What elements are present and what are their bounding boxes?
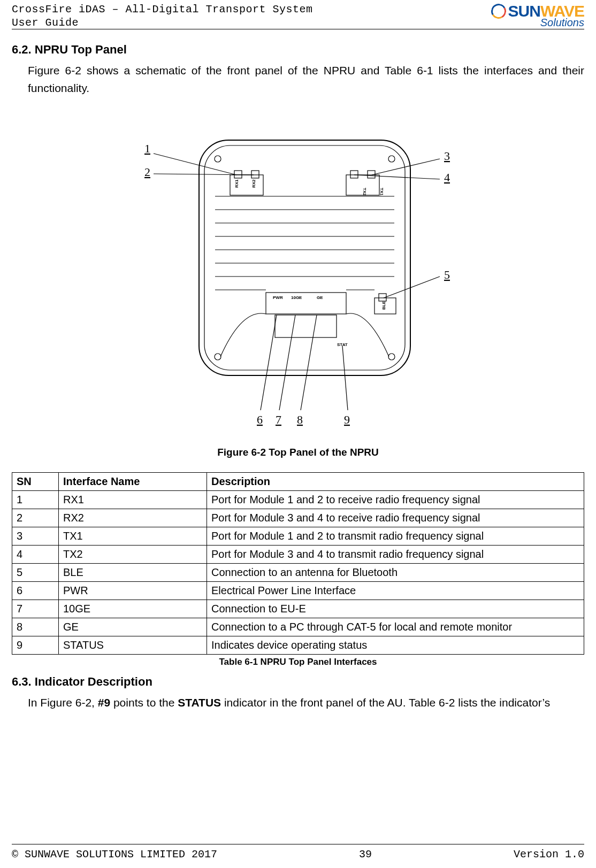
- svg-rect-1: [204, 145, 405, 370]
- svg-point-22: [388, 156, 395, 162]
- footer-center: 39: [359, 848, 372, 861]
- s63-post: indicator in the front panel of the AU. …: [221, 696, 550, 709]
- th-sn: SN: [12, 473, 59, 491]
- callout-5: 5: [444, 268, 450, 281]
- table-row: 7 10GE Connection to EU-E: [12, 600, 584, 618]
- svg-line-28: [354, 175, 440, 179]
- cell-sn: 3: [12, 527, 59, 546]
- callout-2: 2: [144, 165, 150, 179]
- svg-line-31: [279, 315, 295, 410]
- th-desc: Description: [207, 473, 584, 491]
- cell-name: BLE: [59, 564, 207, 582]
- table-row: 2 RX2 Port for Module 3 and 4 to receive…: [12, 509, 584, 527]
- header-rule: [12, 29, 584, 29]
- page-content: 6.2. NPRU Top Panel Figure 6-2 shows a s…: [12, 39, 584, 715]
- cell-sn: 5: [12, 564, 59, 582]
- callout-6: 6: [257, 413, 263, 426]
- section-6-2-heading: 6.2. NPRU Top Panel: [12, 43, 584, 57]
- table-6-1: SN Interface Name Description 1 RX1 Port…: [12, 472, 584, 655]
- svg-point-24: [388, 354, 395, 360]
- cell-desc: Port for Module 1 and 2 to receive radio…: [207, 491, 584, 509]
- cell-sn: 1: [12, 491, 59, 509]
- table-header-row: SN Interface Name Description: [12, 473, 584, 491]
- table-row: 8 GE Connection to a PC through CAT-5 fo…: [12, 618, 584, 636]
- table-row: 4 TX2 Port for Module 3 and 4 to transmi…: [12, 546, 584, 564]
- brand-logo: SUNWAVE Solutions: [491, 3, 584, 28]
- brand-logo-text-a: SUN: [508, 2, 540, 20]
- callout-9: 9: [344, 413, 350, 426]
- section-6-2-text: Figure 6-2 shows a schematic of the fron…: [28, 62, 584, 97]
- cell-name: STATUS: [59, 636, 207, 655]
- svg-point-23: [215, 354, 221, 360]
- cell-desc: Connection to an antenna for Bluetooth: [207, 564, 584, 582]
- label-ble: BLE: [381, 301, 386, 310]
- svg-rect-11: [275, 315, 337, 337]
- cell-desc: Port for Module 3 and 4 to receive radio…: [207, 509, 584, 527]
- svg-line-30: [261, 315, 277, 410]
- cell-sn: 2: [12, 509, 59, 527]
- swirl-icon: [491, 4, 506, 19]
- callout-1: 1: [144, 142, 150, 155]
- label-rx1: RX1: [234, 179, 239, 188]
- cell-name: RX1: [59, 491, 207, 509]
- section-6-3-text: In Figure 6-2, #9 points to the STATUS i…: [28, 694, 584, 712]
- cell-desc: Connection to EU-E: [207, 600, 584, 618]
- label-rx2: RX2: [251, 179, 256, 188]
- svg-line-27: [372, 159, 440, 175]
- label-tx2: TX2: [362, 188, 367, 196]
- table-row: 5 BLE Connection to an antenna for Bluet…: [12, 564, 584, 582]
- table-row: 3 TX1 Port for Module 1 and 2 to transmi…: [12, 527, 584, 546]
- cell-name: RX2: [59, 509, 207, 527]
- footer-rule: [12, 844, 584, 844]
- footer-left: © SUNWAVE SOLUTIONS LIMITED 2017: [12, 848, 217, 861]
- cell-desc: Port for Module 1 and 2 to transmit radi…: [207, 527, 584, 546]
- cell-sn: 7: [12, 600, 59, 618]
- cell-name: GE: [59, 618, 207, 636]
- svg-point-21: [215, 156, 221, 162]
- cell-sn: 6: [12, 582, 59, 600]
- callout-8: 8: [297, 413, 303, 426]
- page-footer: © SUNWAVE SOLUTIONS LIMITED 2017 39 Vers…: [12, 848, 584, 861]
- npru-top-panel-drawing: RX1 RX2 TX2 TX1 BLE PWR 10GE GE STAT: [135, 121, 461, 437]
- svg-line-25: [154, 153, 236, 175]
- cell-desc: Port for Module 3 and 4 to transmit radi…: [207, 546, 584, 564]
- cell-desc: Indicates device operating status: [207, 636, 584, 655]
- s63-b2: STATUS: [178, 696, 221, 709]
- label-tx1: TX1: [379, 188, 384, 196]
- svg-line-32: [301, 315, 317, 410]
- callout-4: 4: [444, 171, 450, 184]
- s63-b1: #9: [98, 696, 110, 709]
- cell-name: TX2: [59, 546, 207, 564]
- cell-desc: Electrical Power Line Interface: [207, 582, 584, 600]
- callout-3: 3: [444, 149, 450, 163]
- callout-7: 7: [276, 413, 281, 426]
- cell-name: PWR: [59, 582, 207, 600]
- svg-rect-4: [251, 171, 259, 178]
- label-ge: GE: [317, 295, 323, 300]
- svg-line-26: [154, 174, 254, 175]
- figure-6-2: RX1 RX2 TX2 TX1 BLE PWR 10GE GE STAT: [135, 121, 461, 437]
- section-6-3-heading: 6.3. Indicator Description: [12, 675, 584, 689]
- cell-name: TX1: [59, 527, 207, 546]
- cell-sn: 8: [12, 618, 59, 636]
- table-6-1-caption: Table 6-1 NPRU Top Panel Interfaces: [12, 657, 584, 667]
- figure-6-2-caption: Figure 6-2 Top Panel of the NPRU: [12, 447, 584, 458]
- svg-rect-6: [350, 171, 358, 178]
- th-name: Interface Name: [59, 473, 207, 491]
- label-pwr: PWR: [273, 295, 283, 300]
- table-row: 6 PWR Electrical Power Line Interface: [12, 582, 584, 600]
- cell-name: 10GE: [59, 600, 207, 618]
- label-10ge: 10GE: [291, 295, 302, 300]
- svg-rect-0: [199, 140, 410, 375]
- cell-sn: 4: [12, 546, 59, 564]
- table-row: 9 STATUS Indicates device operating stat…: [12, 636, 584, 655]
- svg-line-29: [384, 276, 440, 298]
- table-row: 1 RX1 Port for Module 1 and 2 to receive…: [12, 491, 584, 509]
- s63-mid: points to the: [110, 696, 178, 709]
- cell-desc: Connection to a PC through CAT-5 for loc…: [207, 618, 584, 636]
- s63-pre: In Figure 6-2,: [28, 696, 98, 709]
- page-header: CrossFire iDAS – All-Digital Transport S…: [12, 3, 584, 28]
- cell-sn: 9: [12, 636, 59, 655]
- footer-right: Version 1.0: [514, 848, 584, 861]
- svg-line-33: [342, 346, 348, 410]
